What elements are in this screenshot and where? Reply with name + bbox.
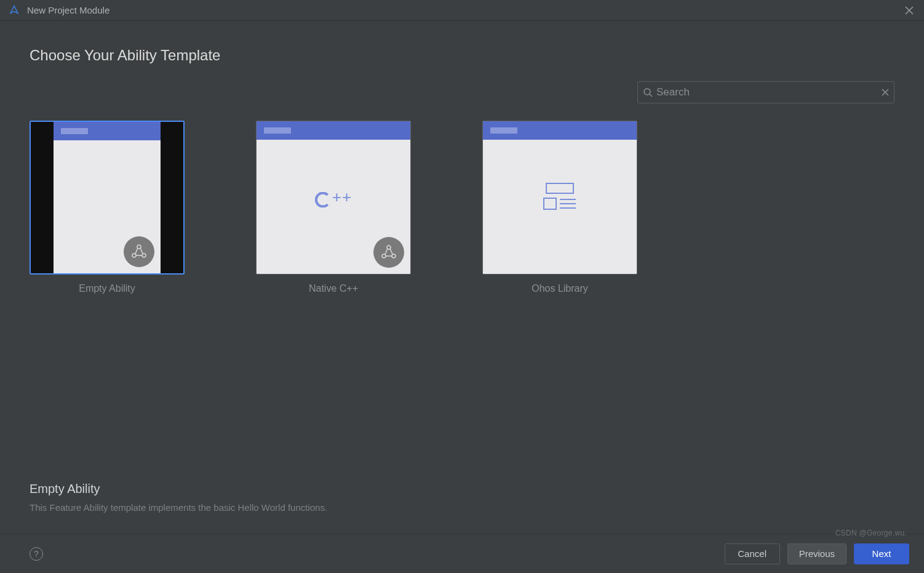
window-title: New Project Module — [27, 5, 901, 15]
library-icon — [543, 182, 577, 213]
svg-point-6 — [392, 254, 396, 258]
detail-description: This Feature Ability template implements… — [30, 502, 894, 513]
template-card — [482, 121, 637, 274]
svg-point-3 — [142, 254, 146, 257]
phone-preview — [54, 122, 161, 273]
dialog-window: New Project Module Choose Your Ability T… — [0, 0, 924, 573]
template-native-cpp[interactable]: ++ Native C++ — [256, 121, 411, 294]
template-label: Native C++ — [309, 283, 358, 294]
template-detail: Empty Ability This Feature Ability templ… — [30, 482, 894, 527]
previous-button[interactable]: Previous — [787, 543, 846, 564]
search-icon — [643, 87, 653, 97]
help-button[interactable]: ? — [30, 547, 43, 561]
page-heading: Choose Your Ability Template — [30, 47, 894, 64]
close-icon — [882, 89, 889, 96]
cpp-icon: ++ — [315, 188, 352, 208]
clear-search-button[interactable] — [882, 89, 889, 96]
svg-point-5 — [382, 254, 386, 258]
template-label: Ohos Library — [532, 283, 588, 294]
template-grid: Empty Ability ++ Native C++ — [30, 121, 894, 294]
phone-preview: ++ — [257, 121, 410, 274]
svg-rect-8 — [544, 198, 556, 209]
template-ohos-library[interactable]: Ohos Library — [482, 121, 637, 294]
search-input[interactable] — [656, 86, 882, 98]
next-button[interactable]: Next — [854, 543, 909, 564]
footer-bar: ? Cancel Previous Next — [0, 534, 924, 573]
app-logo-icon — [9, 5, 20, 16]
cancel-button[interactable]: Cancel — [725, 543, 780, 564]
titlebar: New Project Module — [0, 0, 924, 21]
detail-title: Empty Ability — [30, 482, 894, 496]
svg-rect-7 — [546, 183, 573, 193]
template-label: Empty Ability — [79, 283, 135, 294]
distributed-icon — [124, 236, 154, 267]
svg-point-2 — [132, 254, 136, 257]
svg-point-0 — [644, 89, 650, 95]
close-button[interactable] — [901, 2, 918, 19]
close-icon — [905, 6, 914, 15]
phone-preview — [483, 121, 637, 274]
distributed-icon — [373, 237, 404, 268]
search-box[interactable] — [637, 81, 894, 103]
template-card — [30, 121, 185, 274]
template-card: ++ — [256, 121, 411, 274]
template-empty-ability[interactable]: Empty Ability — [30, 121, 185, 294]
content-area: Choose Your Ability Template — [0, 21, 924, 534]
help-icon: ? — [34, 549, 39, 559]
